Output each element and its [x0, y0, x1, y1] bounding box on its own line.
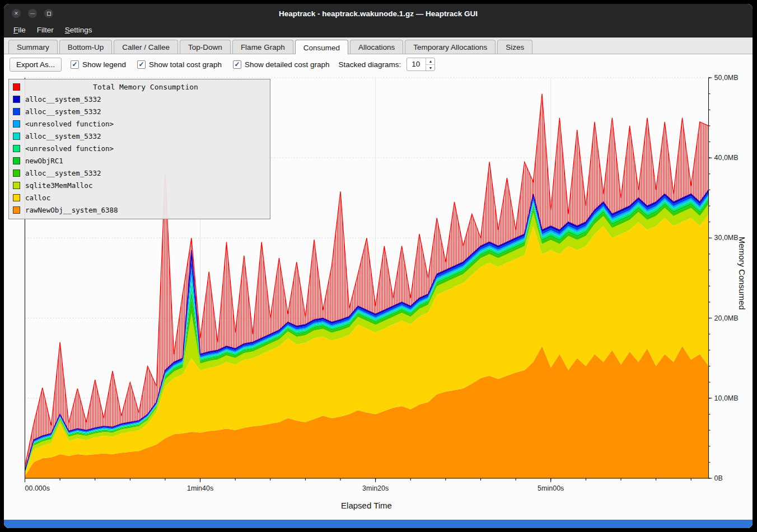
legend-swatch	[13, 206, 20, 214]
y-axis-title: Memory Consumed	[737, 237, 747, 310]
titlebar: ✕ — Heaptrack - heaptrack.wakunode.1.gz …	[4, 4, 753, 23]
legend-swatch	[13, 157, 20, 164]
legend-swatch	[13, 145, 20, 152]
minimize-icon: —	[30, 11, 35, 16]
menu-settings[interactable]: Settings	[60, 24, 97, 36]
checkbox-show-total-cost-graph[interactable]: ✓Show total cost graph	[137, 60, 222, 69]
menu-filter[interactable]: Filter	[32, 24, 59, 36]
stacked-diagrams-label: Stacked diagrams:	[339, 60, 401, 69]
legend-item: alloc__system_5332	[13, 93, 266, 105]
tab-bottom-up[interactable]: Bottom-Up	[59, 40, 113, 54]
tab-consumed[interactable]: Consumed	[295, 40, 348, 54]
heaptrack-window: ✕ — Heaptrack - heaptrack.wakunode.1.gz …	[3, 3, 753, 529]
legend-item: alloc__system_5332	[13, 167, 266, 179]
window-title: Heaptrack - heaptrack.wakunode.1.gz — He…	[4, 10, 753, 18]
legend-swatch	[13, 194, 20, 201]
chart-legend: Total Memory Consumptionalloc__system_53…	[8, 79, 270, 219]
bottom-accent-strip	[4, 520, 753, 528]
legend-item-label: rawNewObj__system_6388	[25, 206, 118, 214]
checkbox-icon: ✓	[233, 60, 241, 69]
legend-item: rawNewObj__system_6388	[13, 204, 266, 216]
window-controls: ✕ —	[12, 4, 53, 23]
svg-text:1min40s: 1min40s	[187, 484, 213, 492]
tab-temporary-allocations[interactable]: Temporary Allocations	[405, 40, 496, 54]
close-icon: ✕	[14, 11, 18, 16]
legend-item: sqlite3MemMalloc	[13, 179, 266, 191]
legend-item: <unresolved function>	[13, 142, 266, 154]
legend-title-row: Total Memory Consumption	[13, 81, 266, 93]
svg-text:5min00s: 5min00s	[538, 484, 564, 492]
legend-swatch	[13, 182, 20, 189]
checkbox-label: Show legend	[82, 60, 126, 69]
checkbox-show-detailed-cost-graph[interactable]: ✓Show detailed cost graph	[233, 60, 330, 69]
stacked-diagrams-spinbox[interactable]: 10 ▲▼	[406, 58, 435, 71]
legend-item: calloc	[13, 191, 266, 204]
legend-item: <unresolved function>	[13, 117, 266, 130]
export-as-button[interactable]: Export As...	[10, 58, 62, 72]
svg-text:30,0MB: 30,0MB	[714, 234, 739, 242]
tab-flame-graph[interactable]: Flame Graph	[232, 40, 293, 54]
legend-swatch	[13, 133, 20, 140]
svg-text:40,0MB: 40,0MB	[714, 154, 739, 162]
checkbox-icon: ✓	[137, 60, 146, 69]
spinbox-value: 10	[407, 58, 426, 70]
tab-sizes[interactable]: Sizes	[497, 40, 532, 54]
checkbox-group: ✓Show legend✓Show total cost graph✓Show …	[71, 60, 330, 69]
legend-item-label: calloc	[25, 194, 50, 202]
svg-text:50,0MB: 50,0MB	[714, 74, 739, 82]
svg-text:0B: 0B	[714, 474, 723, 482]
legend-item: alloc__system_5332	[13, 130, 266, 142]
minimize-button[interactable]: —	[28, 9, 37, 18]
svg-text:00.000s: 00.000s	[25, 484, 50, 492]
legend-item-label: newObjRC1	[25, 157, 63, 165]
maximize-button[interactable]	[44, 9, 53, 18]
tab-caller-callee[interactable]: Caller / Callee	[114, 40, 178, 54]
legend-item: newObjRC1	[13, 154, 266, 167]
legend-item-label: <unresolved function>	[25, 120, 114, 128]
legend-title: Total Memory Consumption	[25, 83, 266, 91]
legend-swatch	[13, 108, 20, 115]
checkbox-label: Show detailed cost graph	[245, 60, 330, 69]
checkbox-icon: ✓	[71, 60, 79, 69]
toolbar: Export As... ✓Show legend✓Show total cos…	[4, 54, 753, 74]
legend-item: alloc__system_5332	[13, 105, 266, 117]
checkbox-show-legend[interactable]: ✓Show legend	[71, 60, 126, 69]
legend-item-label: alloc__system_5332	[25, 107, 101, 116]
svg-text:10,0MB: 10,0MB	[714, 394, 739, 402]
tab-summary[interactable]: Summary	[8, 40, 58, 54]
menu-file[interactable]: File	[8, 24, 31, 36]
legend-item-label: alloc__system_5332	[25, 132, 101, 140]
tab-allocations[interactable]: Allocations	[350, 40, 403, 54]
chart-region: 00.000s1min40s3min20s5min00s0B10,0MB20,0…	[4, 74, 753, 520]
legend-item-label: alloc__system_5332	[25, 95, 101, 103]
legend-item-label: alloc__system_5332	[25, 169, 101, 177]
checkbox-label: Show total cost graph	[149, 60, 222, 69]
legend-item-label: sqlite3MemMalloc	[25, 181, 92, 190]
tab-top-down[interactable]: Top-Down	[180, 40, 231, 54]
svg-text:3min20s: 3min20s	[362, 484, 389, 492]
spin-down-button[interactable]: ▼	[426, 65, 434, 71]
close-button[interactable]: ✕	[12, 9, 21, 18]
legend-swatch	[13, 83, 20, 91]
legend-item-label: <unresolved function>	[25, 144, 114, 153]
menubar: FileFilterSettings	[4, 23, 753, 37]
svg-text:20,0MB: 20,0MB	[714, 314, 739, 322]
x-axis-title: Elapsed Time	[25, 501, 708, 510]
legend-swatch	[13, 96, 20, 103]
tab-bar: SummaryBottom-UpCaller / CalleeTop-DownF…	[4, 37, 753, 54]
legend-swatch	[13, 170, 20, 177]
legend-swatch	[13, 120, 20, 128]
spinbox-steppers: ▲▼	[426, 58, 434, 70]
maximize-icon	[47, 12, 51, 16]
spin-up-button[interactable]: ▲	[426, 58, 434, 65]
